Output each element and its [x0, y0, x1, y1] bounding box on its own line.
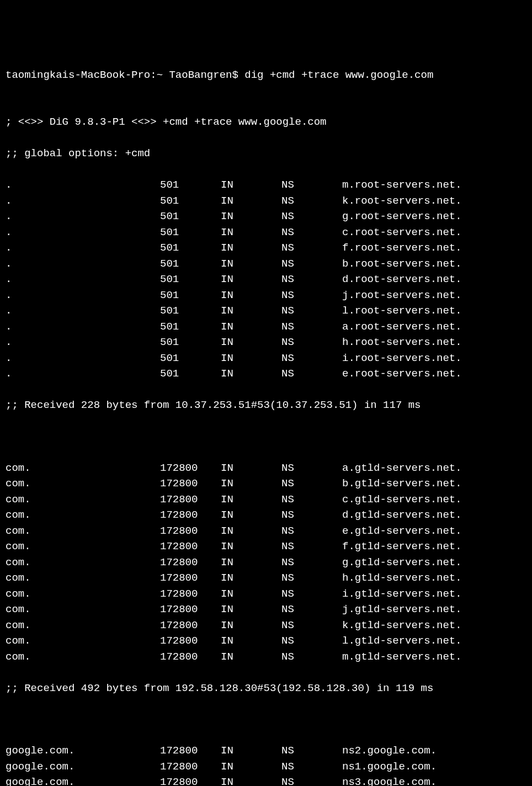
record-type: NS: [281, 256, 342, 272]
record-type: NS: [281, 366, 342, 382]
record-name: com.: [6, 618, 160, 634]
record-name: .: [6, 209, 160, 225]
record-data: b.gtld-servers.net.: [342, 476, 526, 492]
record-ttl: 172800: [160, 460, 221, 476]
record-data: l.root-servers.net.: [342, 303, 526, 319]
command-prompt[interactable]: taomingkais-MacBook-Pro:~ TaoBangren$ di…: [6, 67, 526, 83]
record-data: m.gtld-servers.net.: [342, 649, 526, 665]
record-data: f.gtld-servers.net.: [342, 539, 526, 555]
record-type: NS: [281, 602, 342, 618]
record-ttl: 172800: [160, 759, 221, 775]
google-ns-section: google.com.172800INNSns2.google.com.goog…: [6, 743, 526, 786]
record-type: NS: [281, 193, 342, 209]
record-ttl: 172800: [160, 492, 221, 508]
record-ttl: 172800: [160, 618, 221, 634]
record-name: .: [6, 303, 160, 319]
record-class: IN: [221, 240, 281, 256]
record-class: IN: [221, 193, 281, 209]
record-class: IN: [221, 555, 281, 571]
record-name: google.com.: [6, 759, 160, 775]
com-received: ;; Received 492 bytes from 192.58.128.30…: [6, 681, 526, 697]
record-data: k.root-servers.net.: [342, 193, 526, 209]
record-ttl: 501: [160, 350, 221, 367]
dns-record-row: google.com.172800INNSns2.google.com.: [6, 743, 526, 759]
record-data: m.root-servers.net.: [342, 177, 526, 193]
record-class: IN: [221, 586, 281, 602]
record-type: NS: [281, 476, 342, 492]
dns-record-row: com.172800INNSh.gtld-servers.net.: [6, 570, 526, 586]
record-data: d.root-servers.net.: [342, 272, 526, 288]
record-data: h.gtld-servers.net.: [342, 570, 526, 586]
record-name: com.: [6, 476, 160, 492]
record-name: .: [6, 288, 160, 304]
record-type: NS: [281, 633, 342, 649]
record-name: .: [6, 272, 160, 288]
record-class: IN: [221, 209, 281, 225]
dns-record-row: com.172800INNSa.gtld-servers.net.: [6, 460, 526, 476]
record-type: NS: [281, 288, 342, 304]
dns-record-row: .501INNSb.root-servers.net.: [6, 256, 526, 272]
record-name: com.: [6, 633, 160, 649]
dns-record-row: .501INNSk.root-servers.net.: [6, 193, 526, 209]
dig-header: ; <<>> DiG 9.8.3-P1 <<>> +cmd +trace www…: [6, 114, 526, 130]
record-ttl: 501: [160, 303, 221, 319]
record-name: .: [6, 334, 160, 350]
record-ttl: 501: [160, 177, 221, 193]
record-name: com.: [6, 555, 160, 571]
dns-record-row: .501INNSm.root-servers.net.: [6, 177, 526, 193]
dns-record-row: com.172800INNSk.gtld-servers.net.: [6, 618, 526, 634]
record-ttl: 172800: [160, 602, 221, 618]
record-ttl: 172800: [160, 476, 221, 492]
record-class: IN: [221, 774, 281, 786]
record-class: IN: [221, 272, 281, 288]
record-type: NS: [281, 586, 342, 602]
record-name: google.com.: [6, 774, 160, 786]
record-type: NS: [281, 523, 342, 539]
record-type: NS: [281, 774, 342, 786]
dns-record-row: com.172800INNSb.gtld-servers.net.: [6, 476, 526, 492]
dns-record-row: com.172800INNSj.gtld-servers.net.: [6, 602, 526, 618]
record-name: com.: [6, 523, 160, 539]
record-class: IN: [221, 492, 281, 508]
record-data: h.root-servers.net.: [342, 334, 526, 350]
record-name: com.: [6, 649, 160, 665]
record-name: .: [6, 366, 160, 382]
record-data: j.gtld-servers.net.: [342, 602, 526, 618]
dns-record-row: .501INNSl.root-servers.net.: [6, 303, 526, 319]
record-name: com.: [6, 539, 160, 555]
root-received: ;; Received 228 bytes from 10.37.253.51#…: [6, 397, 526, 413]
dns-record-row: google.com.172800INNSns1.google.com.: [6, 759, 526, 775]
record-data: ns3.google.com.: [342, 774, 526, 786]
record-class: IN: [221, 743, 281, 759]
record-name: com.: [6, 586, 160, 602]
record-ttl: 172800: [160, 555, 221, 571]
record-class: IN: [221, 523, 281, 539]
record-data: i.gtld-servers.net.: [342, 586, 526, 602]
dns-record-row: com.172800INNSm.gtld-servers.net.: [6, 649, 526, 665]
record-name: .: [6, 256, 160, 272]
record-ttl: 172800: [160, 586, 221, 602]
record-ttl: 501: [160, 193, 221, 209]
dns-record-row: com.172800INNSe.gtld-servers.net.: [6, 523, 526, 539]
record-type: NS: [281, 492, 342, 508]
record-name: google.com.: [6, 743, 160, 759]
record-class: IN: [221, 334, 281, 350]
record-type: NS: [281, 649, 342, 665]
record-class: IN: [221, 350, 281, 367]
record-data: f.root-servers.net.: [342, 240, 526, 256]
record-name: .: [6, 319, 160, 335]
record-class: IN: [221, 303, 281, 319]
dns-record-row: com.172800INNSi.gtld-servers.net.: [6, 586, 526, 602]
record-class: IN: [221, 570, 281, 586]
record-data: c.root-servers.net.: [342, 225, 526, 241]
record-ttl: 501: [160, 256, 221, 272]
record-class: IN: [221, 759, 281, 775]
record-data: a.gtld-servers.net.: [342, 460, 526, 476]
record-class: IN: [221, 539, 281, 555]
com-ns-section: com.172800INNSa.gtld-servers.net.com.172…: [6, 460, 526, 665]
record-data: e.gtld-servers.net.: [342, 523, 526, 539]
dns-record-row: com.172800INNSg.gtld-servers.net.: [6, 555, 526, 571]
record-class: IN: [221, 618, 281, 634]
record-name: .: [6, 177, 160, 193]
record-ttl: 501: [160, 319, 221, 335]
